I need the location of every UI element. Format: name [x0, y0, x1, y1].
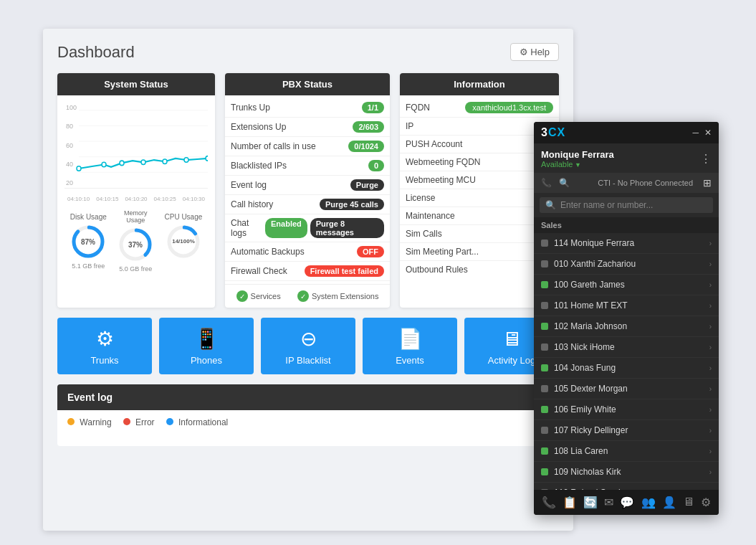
status-dot [541, 343, 548, 351]
tcx-window-buttons: ─ ✕ [692, 128, 712, 138]
trunks-label: Trunks [90, 355, 118, 366]
chatlogs-enabled-badge: Enabled [265, 218, 307, 238]
callhistory-badge[interactable]: Purge 45 calls [320, 199, 384, 210]
list-item[interactable]: 106 Emily White › [534, 399, 719, 420]
pbx-row-callhistory: Call history Purge 45 calls [225, 195, 390, 214]
tcx-section-sales: Sales [534, 217, 719, 233]
cpu-circle: 14/100% [166, 224, 201, 260]
event-log-section: Event log Warning Error Informational [57, 384, 559, 446]
gauges-row: Disk Usage 87% 5.1 GB free Memory Usa [64, 204, 208, 278]
system-status-header: System Status [57, 73, 215, 95]
tcx-minimize-button[interactable]: ─ [692, 128, 699, 138]
svg-text:37%: 37% [128, 241, 143, 249]
blacklisted-badge: 0 [368, 160, 384, 171]
svg-point-8 [141, 160, 145, 164]
tcx-user-status[interactable]: Available [541, 160, 614, 169]
list-item[interactable]: 103 Nick iHome › [534, 337, 719, 358]
chatlogs-purge-badge[interactable]: Purge 8 messages [310, 218, 384, 238]
list-item[interactable]: 101 Home MT EXT › [534, 295, 719, 316]
legend-warning: Warning [67, 417, 112, 427]
chart-y-labels: 100 80 60 40 20 [64, 103, 78, 188]
svg-point-11 [206, 156, 208, 161]
tcx-dialpad-icon[interactable]: 📞 [542, 496, 556, 509]
phones-button[interactable]: 📱 Phones [159, 318, 254, 374]
phones-icon: 📱 [194, 329, 219, 349]
list-item[interactable]: 107 Ricky Dellinger › [534, 420, 719, 441]
list-item[interactable]: 105 Dexter Morgan › [534, 379, 719, 399]
disk-gauge: Disk Usage 87% 5.1 GB free [70, 213, 107, 270]
chart-svg [64, 103, 208, 188]
pbx-row-eventlog: Event log Purge [225, 176, 390, 195]
page-title: Dashboard [57, 43, 559, 62]
pbx-row-backups: Automatic Backups OFF [225, 242, 390, 262]
disk-circle: 87% [70, 224, 106, 260]
warning-dot [67, 418, 75, 425]
help-button[interactable]: ⚙ Help [510, 43, 559, 61]
tcx-search-icon[interactable]: 🔍 [559, 178, 570, 188]
status-dot [541, 302, 548, 309]
list-item[interactable]: 100 Gareth James › [534, 275, 719, 295]
svg-point-10 [184, 158, 188, 162]
status-dot [541, 240, 548, 247]
tcx-email-icon[interactable]: ✉ [604, 496, 613, 509]
trunks-badge: 1/1 [362, 102, 384, 113]
tcx-phone-icon[interactable]: 📞 [541, 178, 552, 188]
status-dot [541, 489, 548, 490]
tcx-close-button[interactable]: ✕ [704, 128, 712, 138]
information-header: Information [400, 73, 559, 95]
tcx-search-icon-2: 🔍 [545, 200, 556, 210]
list-item[interactable]: 114 Monique Ferrara › [534, 233, 719, 254]
list-item[interactable]: 010 Xanthi Zachariou › [534, 254, 719, 275]
pbx-row-extensions: Extensions Up 2/603 [225, 118, 390, 137]
status-dot [541, 406, 548, 413]
tcx-search-input[interactable] [560, 200, 707, 210]
activity-log-icon: 🖥 [502, 329, 522, 349]
sysext-check: ✓ [297, 290, 309, 302]
ip-blacklist-icon: ⊖ [300, 329, 317, 349]
services-item: ✓ Services [236, 290, 281, 302]
error-dot [123, 418, 130, 425]
services-check: ✓ [236, 290, 248, 302]
ip-blacklist-button[interactable]: ⊖ IP Blacklist [261, 318, 355, 374]
pbx-row-trunks: Trunks Up 1/1 [225, 98, 390, 118]
tcx-logo: 3CX [541, 126, 565, 139]
tcx-grid-icon[interactable]: ⊞ [703, 177, 712, 189]
svg-text:87%: 87% [81, 238, 95, 246]
status-dot [541, 468, 548, 475]
list-item[interactable]: 109 Nicholas Kirk › [534, 462, 719, 483]
dashboard: Dashboard ⚙ Help System Status 100 80 60… [43, 29, 573, 531]
tcx-bottombar: 📞 📋 🔄 ✉ 💬 👥 👤 🖥 ⚙ [534, 490, 719, 515]
list-item[interactable]: 110 Roland Saad › [534, 483, 719, 490]
trunks-icon: ⚙ [96, 329, 114, 349]
pbx-row-calls: Number of calls in use 0/1024 [225, 137, 390, 156]
list-item[interactable]: 102 Maria Johnson › [534, 316, 719, 337]
tcx-cti-label: CTI - No Phone Connected [598, 179, 693, 187]
chart-x-labels: 04:10:10 04:10:15 04:10:20 04:10:25 04:1… [64, 194, 208, 204]
tcx-toolbar: 📞 🔍 CTI - No Phone Connected ⊞ [534, 173, 719, 193]
pbx-footer: ✓ Services ✓ System Extensions [225, 284, 390, 305]
calls-badge: 0/1024 [348, 141, 384, 152]
tcx-search-bar: 🔍 [540, 197, 713, 213]
system-status-body: 100 80 60 40 20 [57, 95, 215, 285]
events-label: Events [396, 355, 424, 366]
tcx-history-icon[interactable]: 🔄 [583, 496, 598, 509]
event-log-body: Warning Error Informational [57, 410, 559, 446]
tcx-user-icon[interactable]: 👤 [662, 496, 676, 509]
tcx-voicemail-icon[interactable]: 📋 [563, 496, 577, 509]
events-button[interactable]: 📄 Events [363, 318, 457, 374]
list-item[interactable]: 108 Lia Caren › [534, 441, 719, 462]
system-chart: 100 80 60 40 20 [64, 103, 208, 189]
pbx-row-chatlogs: Chat logs Enabled Purge 8 messages [225, 214, 390, 242]
trunks-button[interactable]: ⚙ Trunks [57, 318, 152, 374]
tcx-menu-button[interactable]: ⋮ [700, 152, 712, 166]
status-dot [541, 427, 548, 434]
tcx-chat-icon[interactable]: 💬 [620, 496, 634, 509]
fqdn-value: xanthicloud1.3cx.test [465, 102, 553, 113]
tcx-contacts-icon[interactable]: 👥 [641, 496, 656, 509]
status-dot [541, 260, 548, 267]
tcx-screen-icon[interactable]: 🖥 [683, 496, 694, 509]
eventlog-badge[interactable]: Purge [350, 179, 384, 191]
tcx-settings-icon[interactable]: ⚙ [701, 496, 711, 509]
panels-row: System Status 100 80 60 40 20 [57, 73, 559, 308]
list-item[interactable]: 104 Jonas Fung › [534, 358, 719, 379]
